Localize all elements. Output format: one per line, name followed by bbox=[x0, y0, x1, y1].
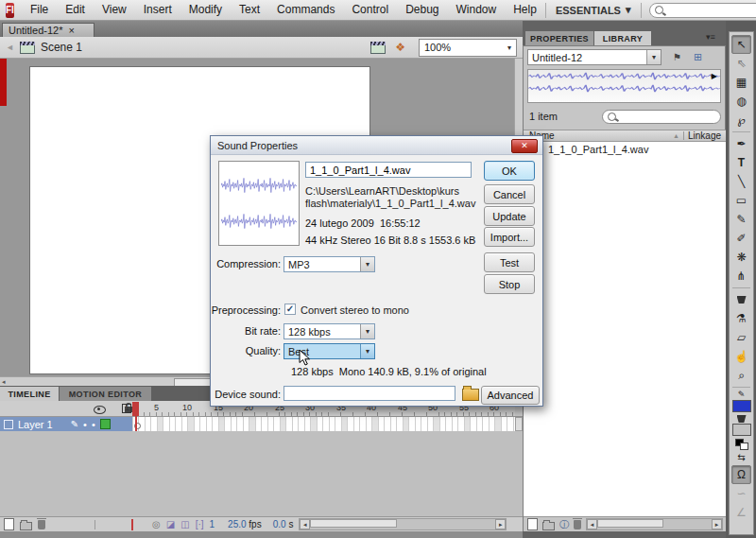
dialog-title-bar[interactable]: Sound Properties ✕ bbox=[211, 136, 542, 155]
black-and-white-icon[interactable] bbox=[735, 439, 748, 450]
properties-info-icon[interactable]: ⓘ bbox=[559, 518, 569, 531]
sound-name-field[interactable] bbox=[305, 162, 472, 178]
new-folder-icon[interactable] bbox=[20, 522, 32, 530]
scroll-right-icon[interactable]: ▸ bbox=[495, 519, 506, 529]
frames-strip[interactable] bbox=[132, 417, 515, 431]
timeline-horizontal-scrollbar[interactable]: ◂ ▸ bbox=[299, 518, 507, 530]
cancel-button[interactable]: Cancel bbox=[484, 184, 535, 204]
library-horizontal-scrollbar[interactable]: ◂ ▸ bbox=[586, 518, 723, 530]
onion-skin-outlines-icon[interactable]: ◫ bbox=[180, 519, 189, 529]
app-search-input[interactable] bbox=[667, 4, 756, 16]
timeline-vertical-scroll-thumb[interactable] bbox=[515, 417, 523, 431]
menu-control[interactable]: Control bbox=[343, 0, 397, 20]
new-folder-icon[interactable] bbox=[542, 522, 555, 530]
line-tool[interactable]: ╲ bbox=[731, 172, 751, 191]
sort-asc-icon[interactable]: ▲ bbox=[673, 132, 679, 139]
new-library-panel-icon[interactable]: ⊞ bbox=[694, 51, 702, 63]
panel-menu-icon[interactable]: ▾≡ bbox=[706, 32, 715, 42]
column-linkage[interactable]: Linkage bbox=[688, 130, 721, 141]
eyedropper-tool[interactable]: ⚗ bbox=[731, 309, 751, 328]
menu-commands[interactable]: Commands bbox=[268, 0, 343, 20]
playhead[interactable] bbox=[132, 402, 139, 416]
layer-name[interactable]: Layer 1 bbox=[18, 419, 53, 430]
new-layer-icon[interactable] bbox=[4, 518, 14, 530]
swap-colors-icon[interactable]: ⇆ bbox=[737, 452, 745, 462]
quality-select[interactable]: Best ▾ bbox=[284, 343, 375, 359]
tab-timeline[interactable]: TIMELINE bbox=[0, 387, 59, 401]
text-tool[interactable]: T bbox=[731, 153, 751, 172]
lock-dot[interactable]: • bbox=[92, 419, 95, 430]
layer-item[interactable]: Layer 1 ✎ • • bbox=[0, 417, 132, 431]
play-icon[interactable]: ▶ bbox=[712, 72, 717, 80]
hand-tool[interactable]: ☝ bbox=[731, 347, 751, 366]
show-hide-layers-icon[interactable] bbox=[94, 406, 106, 414]
bone-tool[interactable]: ⋔ bbox=[731, 267, 751, 286]
update-button[interactable]: Update bbox=[484, 206, 535, 226]
library-document-select[interactable]: Untitled-12 ▾ bbox=[527, 49, 662, 65]
advanced-button[interactable]: Advanced bbox=[481, 386, 540, 405]
menu-window[interactable]: Window bbox=[448, 0, 506, 20]
free-transform-tool[interactable]: ▦ bbox=[731, 73, 751, 92]
edit-multiple-frames-icon[interactable]: [·] bbox=[196, 519, 204, 529]
menu-debug[interactable]: Debug bbox=[397, 0, 447, 20]
tab-motion-editor[interactable]: MOTION EDITOR bbox=[60, 387, 151, 401]
eraser-tool[interactable]: ▱ bbox=[731, 328, 751, 347]
library-search-box[interactable] bbox=[602, 110, 721, 124]
library-search-input[interactable] bbox=[620, 111, 709, 123]
3d-rotation-tool[interactable]: ◍ bbox=[731, 92, 751, 111]
edit-symbol-icon[interactable]: ❖ bbox=[395, 41, 405, 54]
dialog-close-button[interactable]: ✕ bbox=[511, 139, 538, 153]
document-tab[interactable]: Untitled-12* × bbox=[2, 23, 94, 37]
folder-browse-icon[interactable] bbox=[462, 389, 479, 401]
device-sound-field[interactable] bbox=[284, 386, 455, 401]
compression-select[interactable]: MP3 ▾ bbox=[284, 256, 375, 272]
chevron-down-icon[interactable]: ▾ bbox=[360, 324, 374, 338]
rectangle-tool[interactable]: ▭ bbox=[731, 191, 751, 210]
column-divider[interactable] bbox=[683, 131, 684, 140]
app-logo[interactable]: Fl bbox=[6, 3, 14, 18]
zoom-tool[interactable]: ⌕ bbox=[731, 366, 751, 385]
tab-close-icon[interactable]: × bbox=[68, 25, 74, 36]
chevron-down-icon[interactable]: ▾ bbox=[360, 257, 374, 271]
scroll-left-icon[interactable]: ◂ bbox=[300, 519, 310, 529]
selection-tool[interactable]: ↖ bbox=[731, 35, 751, 54]
fill-color-swatch[interactable] bbox=[732, 424, 751, 436]
center-frame-icon[interactable]: ◎ bbox=[152, 519, 161, 529]
onion-skin-icon[interactable]: ◪ bbox=[166, 519, 175, 529]
smooth-option-icon[interactable]: ∽ bbox=[731, 484, 751, 503]
library-item-sound[interactable]: 1_1_0_Part1_l_4.wav bbox=[524, 142, 727, 156]
convert-stereo-checkbox[interactable]: ✓ bbox=[284, 304, 296, 315]
menu-modify[interactable]: Modify bbox=[180, 0, 231, 20]
convert-stereo-label[interactable]: Convert stereo to mono bbox=[301, 304, 409, 316]
edit-scene-icon[interactable] bbox=[370, 42, 386, 54]
scroll-right-icon[interactable]: ▸ bbox=[712, 519, 722, 529]
back-arrow-icon[interactable]: ◄ bbox=[6, 43, 14, 52]
bitrate-select[interactable]: 128 kbps ▾ bbox=[284, 323, 375, 339]
library-scroll-thumb[interactable] bbox=[597, 519, 663, 528]
timeline-scroll-thumb[interactable] bbox=[310, 519, 397, 528]
workspace-switcher[interactable]: ESSENTIALS ▾ bbox=[545, 3, 642, 18]
pin-panel-icon[interactable]: ⚑ bbox=[673, 52, 681, 62]
import-button[interactable]: Import... bbox=[484, 227, 535, 247]
stop-button[interactable]: Stop bbox=[484, 274, 535, 294]
snap-to-objects-magnet-icon[interactable]: Ω bbox=[731, 465, 751, 484]
tab-library[interactable]: LIBRARY bbox=[594, 31, 651, 45]
test-button[interactable]: Test bbox=[484, 252, 535, 272]
scroll-left-icon[interactable]: ◂ bbox=[2, 378, 6, 386]
lasso-tool[interactable]: ℘ bbox=[731, 111, 751, 130]
menu-file[interactable]: File bbox=[22, 0, 57, 20]
frame-rate-value[interactable]: 25.0 bbox=[228, 519, 246, 529]
subselection-tool[interactable]: ⇖ bbox=[731, 54, 751, 73]
menu-insert[interactable]: Insert bbox=[135, 0, 180, 20]
zoom-level-select[interactable]: 100% ▾ bbox=[419, 39, 517, 57]
stroke-color-swatch[interactable] bbox=[732, 400, 751, 412]
menu-text[interactable]: Text bbox=[231, 0, 268, 20]
scene-label[interactable]: Scene 1 bbox=[41, 41, 82, 54]
straighten-option-icon[interactable]: ∠ bbox=[731, 503, 751, 522]
menu-edit[interactable]: Edit bbox=[57, 0, 94, 20]
tab-properties[interactable]: PROPERTIES bbox=[525, 31, 593, 45]
brush-tool[interactable]: ✐ bbox=[731, 229, 751, 248]
delete-layer-icon[interactable] bbox=[38, 520, 45, 529]
app-search-box[interactable] bbox=[649, 3, 756, 18]
scroll-left-icon[interactable]: ◂ bbox=[587, 519, 597, 529]
